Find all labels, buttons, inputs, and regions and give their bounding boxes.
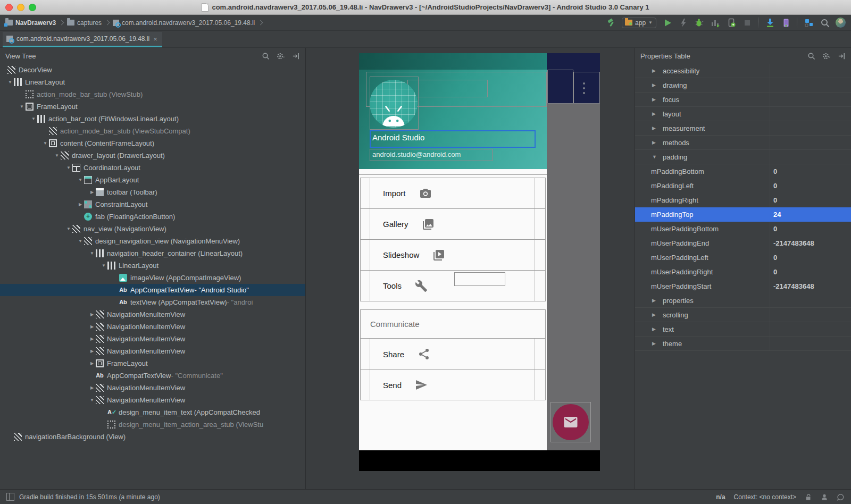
- expand-arrow-icon[interactable]: ▶: [652, 125, 656, 131]
- run-config-select[interactable]: app ▼: [622, 18, 656, 28]
- expand-arrow-icon[interactable]: ▶: [88, 312, 96, 317]
- expand-arrow-icon[interactable]: ▶: [652, 298, 656, 303]
- search-icon[interactable]: [807, 52, 815, 60]
- property-row-mUserPaddingLeft[interactable]: mUserPaddingLeft0: [635, 250, 851, 265]
- collapse-arrow-icon[interactable]: ▼: [30, 116, 37, 121]
- property-category-text[interactable]: ▶text: [635, 322, 851, 337]
- tree-row[interactable]: AbAppCompatTextView - "Communicate": [0, 369, 305, 382]
- tree-row[interactable]: action_mode_bar_stub (ViewStubCompat): [0, 125, 305, 137]
- tree-row[interactable]: ▼navigation_header_container (LinearLayo…: [0, 247, 305, 259]
- apk-download-icon[interactable]: [765, 18, 775, 28]
- property-category-drawing[interactable]: ▶drawing: [635, 78, 851, 93]
- tree-row[interactable]: ▶NavigationMenuItemView: [0, 308, 305, 321]
- breadcrumb-captures[interactable]: captures: [67, 19, 102, 27]
- search-everywhere-icon[interactable]: [820, 18, 830, 28]
- tree-row[interactable]: ▼LinearLayout: [0, 76, 305, 88]
- collapse-arrow-icon[interactable]: ▼: [100, 263, 107, 268]
- collapse-arrow-icon[interactable]: ▼: [77, 178, 84, 182]
- tree-row[interactable]: ▼FrameLayout: [0, 100, 305, 113]
- expand-arrow-icon[interactable]: ▶: [88, 190, 96, 195]
- tree-row[interactable]: ▶FrameLayout: [0, 357, 305, 369]
- collapse-arrow-icon[interactable]: ▼: [65, 226, 72, 231]
- property-category-theme[interactable]: ▶theme: [635, 337, 851, 351]
- breadcrumb-project[interactable]: NavDrawerv3: [5, 19, 56, 27]
- tree-row[interactable]: ▼NavigationMenuItemView: [0, 394, 305, 406]
- notifications-icon[interactable]: [837, 493, 845, 501]
- tree-row[interactable]: A✓design_menu_item_text (AppCompatChecke…: [0, 406, 305, 418]
- property-row-mPaddingBottom[interactable]: mPaddingBottom0: [635, 164, 851, 179]
- expand-arrow-icon[interactable]: ▶: [88, 385, 96, 390]
- collapse-arrow-icon[interactable]: ▼: [41, 141, 49, 146]
- expand-arrow-icon[interactable]: ▶: [652, 341, 656, 346]
- tree-row[interactable]: AbtextView (AppCompatTextView) - "androi: [0, 296, 305, 308]
- zoom-window-button[interactable]: [29, 4, 36, 11]
- tree-row[interactable]: ▼nav_view (NavigationView): [0, 223, 305, 235]
- close-tab-icon[interactable]: ×: [153, 36, 157, 43]
- property-row-mUserPaddingEnd[interactable]: mUserPaddingEnd-2147483648: [635, 236, 851, 250]
- expand-arrow-icon[interactable]: ▶: [652, 140, 656, 145]
- tab-capture-file[interactable]: com.android.navdrawerv3_2017.05.06_19.48…: [3, 32, 162, 47]
- expand-arrow-icon[interactable]: ▶: [88, 324, 96, 329]
- collapse-arrow-icon[interactable]: ▼: [18, 104, 26, 109]
- tree-row[interactable]: ▶NavigationMenuItemView: [0, 333, 305, 345]
- menu-item-tools[interactable]: Tools: [360, 270, 546, 301]
- tree-row[interactable]: ▼AppBarLayout: [0, 174, 305, 186]
- property-row-mUserPaddingRight[interactable]: mUserPaddingRight0: [635, 265, 851, 279]
- expand-arrow-icon[interactable]: ▶: [652, 312, 656, 317]
- tree-row[interactable]: ▼LinearLayout: [0, 259, 305, 272]
- tree-row[interactable]: design_menu_item_action_area_stub (ViewS…: [0, 418, 305, 431]
- tree-row[interactable]: ▶toolbar (Toolbar): [0, 186, 305, 198]
- device-screenshot[interactable]: ImportGallerySlideshowToolsCommunicateSh…: [359, 53, 600, 471]
- expand-arrow-icon[interactable]: ▶: [652, 82, 656, 88]
- collapse-arrow-icon[interactable]: ▼: [53, 153, 61, 158]
- expand-arrow-icon[interactable]: ▶: [652, 111, 656, 116]
- drawer-avatar-android-logo[interactable]: [370, 80, 418, 128]
- hector-icon[interactable]: [821, 493, 828, 501]
- tree-row[interactable]: ▼content (ContentFrameLayout): [0, 137, 305, 149]
- tree-row[interactable]: ▼drawer_layout (DrawerLayout): [0, 149, 305, 162]
- expand-arrow-icon[interactable]: ▶: [652, 326, 656, 332]
- expand-arrow-icon[interactable]: ▶: [77, 202, 84, 207]
- run-device-icon[interactable]: [726, 18, 736, 28]
- tree-row[interactable]: ▶NavigationMenuItemView: [0, 382, 305, 394]
- property-category-padding[interactable]: ▼padding: [635, 150, 851, 164]
- menu-item-slideshow[interactable]: Slideshow: [360, 239, 546, 271]
- collapse-arrow-icon[interactable]: ▼: [6, 80, 14, 85]
- expand-arrow-icon[interactable]: ▶: [652, 68, 656, 73]
- property-category-scrolling[interactable]: ▶scrolling: [635, 308, 851, 322]
- property-category-properties[interactable]: ▶properties: [635, 293, 851, 308]
- hide-panel-icon[interactable]: [292, 52, 300, 60]
- stop-icon[interactable]: [742, 18, 752, 28]
- property-row-mPaddingTop[interactable]: mPaddingTop24: [635, 207, 851, 222]
- collapse-arrow-icon[interactable]: ▼: [88, 398, 96, 402]
- menu-item-share[interactable]: Share: [360, 338, 546, 370]
- gear-icon[interactable]: [822, 52, 831, 60]
- tree-row[interactable]: DecorView: [0, 64, 305, 76]
- lock-icon[interactable]: [805, 493, 812, 501]
- tree-row[interactable]: ▼CoordinatorLayout: [0, 162, 305, 174]
- property-row-mPaddingLeft[interactable]: mPaddingLeft0: [635, 179, 851, 193]
- collapse-arrow-icon[interactable]: ▼: [65, 165, 72, 170]
- property-category-accessibility[interactable]: ▶accessibility: [635, 64, 851, 78]
- minimize-window-button[interactable]: [17, 4, 24, 11]
- tool-buttons-icon[interactable]: [804, 18, 814, 28]
- breadcrumb-capture-file[interactable]: com.android.navdrawerv3_2017.05.06_19.48…: [113, 19, 255, 27]
- tree-row[interactable]: AbAppCompatTextView - "Android Studio": [0, 284, 305, 296]
- collapse-arrow-icon[interactable]: ▼: [652, 154, 657, 159]
- tree-row[interactable]: ▼action_bar_root (FitWindowsLinearLayout…: [0, 113, 305, 125]
- hide-panel-icon[interactable]: [838, 52, 846, 60]
- tree-row[interactable]: fab (FloatingActionButton): [0, 211, 305, 223]
- profile-icon[interactable]: [710, 18, 720, 28]
- menu-item-gallery[interactable]: Gallery: [360, 208, 546, 240]
- close-window-button[interactable]: [5, 4, 13, 11]
- expand-arrow-icon[interactable]: ▶: [88, 349, 96, 354]
- run-play-icon[interactable]: [662, 18, 672, 28]
- expand-arrow-icon[interactable]: ▶: [88, 337, 96, 341]
- property-category-methods[interactable]: ▶methods: [635, 136, 851, 150]
- tree-row[interactable]: ▶NavigationMenuItemView: [0, 345, 305, 357]
- build-hammer-icon[interactable]: [606, 18, 616, 28]
- collapse-arrow-icon[interactable]: ▼: [77, 239, 84, 243]
- debug-icon[interactable]: [694, 18, 704, 28]
- gear-icon[interactable]: [277, 52, 285, 60]
- menu-item-import[interactable]: Import: [360, 178, 546, 209]
